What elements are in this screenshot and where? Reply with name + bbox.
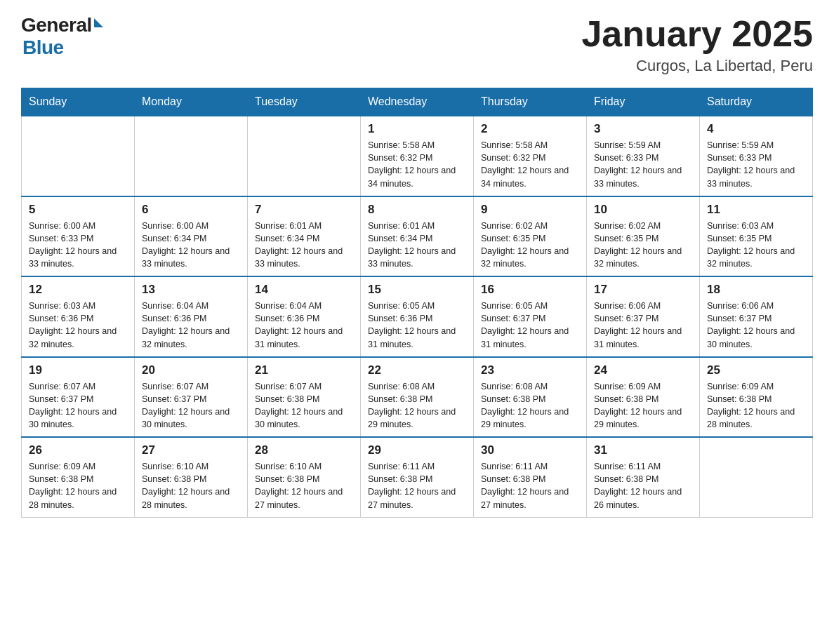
calendar-table: SundayMondayTuesdayWednesdayThursdayFrid… [21, 88, 813, 518]
calendar-cell: 20Sunrise: 6:07 AM Sunset: 6:37 PM Dayli… [135, 357, 248, 438]
calendar-cell: 12Sunrise: 6:03 AM Sunset: 6:36 PM Dayli… [22, 276, 135, 357]
day-info: Sunrise: 6:00 AM Sunset: 6:34 PM Dayligh… [142, 220, 240, 271]
day-info: Sunrise: 6:07 AM Sunset: 6:37 PM Dayligh… [29, 380, 127, 431]
day-number: 16 [481, 283, 579, 297]
calendar-cell: 2Sunrise: 5:58 AM Sunset: 6:32 PM Daylig… [474, 116, 587, 196]
day-info: Sunrise: 5:58 AM Sunset: 6:32 PM Dayligh… [481, 139, 579, 190]
calendar-cell: 6Sunrise: 6:00 AM Sunset: 6:34 PM Daylig… [135, 196, 248, 277]
calendar-title: January 2025 [581, 14, 813, 54]
calendar-location: Curgos, La Libertad, Peru [581, 57, 813, 75]
day-number: 24 [594, 363, 692, 377]
day-info: Sunrise: 6:05 AM Sunset: 6:37 PM Dayligh… [481, 300, 579, 351]
calendar-week-row: 1Sunrise: 5:58 AM Sunset: 6:32 PM Daylig… [22, 116, 813, 196]
day-number: 17 [594, 283, 692, 297]
day-number: 30 [481, 443, 579, 457]
day-of-week-header: Friday [587, 88, 700, 116]
calendar-cell: 8Sunrise: 6:01 AM Sunset: 6:34 PM Daylig… [361, 196, 474, 277]
calendar-cell: 29Sunrise: 6:11 AM Sunset: 6:38 PM Dayli… [361, 437, 474, 517]
day-info: Sunrise: 6:11 AM Sunset: 6:38 PM Dayligh… [368, 460, 466, 511]
day-info: Sunrise: 6:11 AM Sunset: 6:38 PM Dayligh… [481, 460, 579, 511]
day-number: 27 [142, 443, 240, 457]
day-info: Sunrise: 6:10 AM Sunset: 6:38 PM Dayligh… [142, 460, 240, 511]
day-info: Sunrise: 6:05 AM Sunset: 6:36 PM Dayligh… [368, 300, 466, 351]
calendar-cell [700, 437, 813, 517]
day-number: 28 [255, 443, 353, 457]
day-info: Sunrise: 6:07 AM Sunset: 6:37 PM Dayligh… [142, 380, 240, 431]
calendar-cell: 21Sunrise: 6:07 AM Sunset: 6:38 PM Dayli… [248, 357, 361, 438]
calendar-cell: 19Sunrise: 6:07 AM Sunset: 6:37 PM Dayli… [22, 357, 135, 438]
day-number: 21 [255, 363, 353, 377]
day-number: 7 [255, 203, 353, 217]
day-info: Sunrise: 6:01 AM Sunset: 6:34 PM Dayligh… [255, 220, 353, 271]
day-number: 11 [707, 203, 805, 217]
day-info: Sunrise: 6:11 AM Sunset: 6:38 PM Dayligh… [594, 460, 692, 511]
day-number: 23 [481, 363, 579, 377]
day-info: Sunrise: 6:08 AM Sunset: 6:38 PM Dayligh… [368, 380, 466, 431]
day-number: 25 [707, 363, 805, 377]
title-block: January 2025 Curgos, La Libertad, Peru [581, 14, 813, 75]
calendar-cell: 13Sunrise: 6:04 AM Sunset: 6:36 PM Dayli… [135, 276, 248, 357]
day-of-week-header: Tuesday [248, 88, 361, 116]
day-info: Sunrise: 6:02 AM Sunset: 6:35 PM Dayligh… [594, 220, 692, 271]
calendar-cell: 23Sunrise: 6:08 AM Sunset: 6:38 PM Dayli… [474, 357, 587, 438]
day-of-week-header: Wednesday [361, 88, 474, 116]
day-info: Sunrise: 6:06 AM Sunset: 6:37 PM Dayligh… [594, 300, 692, 351]
calendar-cell: 22Sunrise: 6:08 AM Sunset: 6:38 PM Dayli… [361, 357, 474, 438]
day-info: Sunrise: 5:59 AM Sunset: 6:33 PM Dayligh… [707, 139, 805, 190]
day-number: 22 [368, 363, 466, 377]
logo: General Blue [21, 14, 103, 59]
day-info: Sunrise: 6:10 AM Sunset: 6:38 PM Dayligh… [255, 460, 353, 511]
day-info: Sunrise: 6:09 AM Sunset: 6:38 PM Dayligh… [594, 380, 692, 431]
day-info: Sunrise: 6:03 AM Sunset: 6:35 PM Dayligh… [707, 220, 805, 271]
day-number: 18 [707, 283, 805, 297]
logo-arrow-icon [94, 18, 103, 27]
day-number: 8 [368, 203, 466, 217]
calendar-cell: 4Sunrise: 5:59 AM Sunset: 6:33 PM Daylig… [700, 116, 813, 196]
calendar-cell: 3Sunrise: 5:59 AM Sunset: 6:33 PM Daylig… [587, 116, 700, 196]
calendar-cell: 9Sunrise: 6:02 AM Sunset: 6:35 PM Daylig… [474, 196, 587, 277]
calendar-cell: 24Sunrise: 6:09 AM Sunset: 6:38 PM Dayli… [587, 357, 700, 438]
day-number: 14 [255, 283, 353, 297]
calendar-header-row: SundayMondayTuesdayWednesdayThursdayFrid… [22, 88, 813, 116]
day-number: 4 [707, 122, 805, 136]
calendar-cell: 30Sunrise: 6:11 AM Sunset: 6:38 PM Dayli… [474, 437, 587, 517]
logo-blue: Blue [22, 36, 64, 59]
calendar-week-row: 19Sunrise: 6:07 AM Sunset: 6:37 PM Dayli… [22, 357, 813, 438]
day-of-week-header: Saturday [700, 88, 813, 116]
calendar-cell: 25Sunrise: 6:09 AM Sunset: 6:38 PM Dayli… [700, 357, 813, 438]
day-info: Sunrise: 6:08 AM Sunset: 6:38 PM Dayligh… [481, 380, 579, 431]
calendar-cell: 26Sunrise: 6:09 AM Sunset: 6:38 PM Dayli… [22, 437, 135, 517]
day-info: Sunrise: 6:09 AM Sunset: 6:38 PM Dayligh… [707, 380, 805, 431]
calendar-cell: 17Sunrise: 6:06 AM Sunset: 6:37 PM Dayli… [587, 276, 700, 357]
calendar-cell: 31Sunrise: 6:11 AM Sunset: 6:38 PM Dayli… [587, 437, 700, 517]
calendar-cell [248, 116, 361, 196]
day-info: Sunrise: 6:01 AM Sunset: 6:34 PM Dayligh… [368, 220, 466, 271]
day-number: 15 [368, 283, 466, 297]
day-number: 26 [29, 443, 127, 457]
calendar-cell: 16Sunrise: 6:05 AM Sunset: 6:37 PM Dayli… [474, 276, 587, 357]
calendar-cell: 28Sunrise: 6:10 AM Sunset: 6:38 PM Dayli… [248, 437, 361, 517]
calendar-cell: 10Sunrise: 6:02 AM Sunset: 6:35 PM Dayli… [587, 196, 700, 277]
calendar-cell [22, 116, 135, 196]
calendar-week-row: 12Sunrise: 6:03 AM Sunset: 6:36 PM Dayli… [22, 276, 813, 357]
day-number: 31 [594, 443, 692, 457]
calendar-week-row: 26Sunrise: 6:09 AM Sunset: 6:38 PM Dayli… [22, 437, 813, 517]
day-info: Sunrise: 5:58 AM Sunset: 6:32 PM Dayligh… [368, 139, 466, 190]
page-header: General Blue January 2025 Curgos, La Lib… [21, 14, 813, 75]
day-of-week-header: Sunday [22, 88, 135, 116]
day-of-week-header: Monday [135, 88, 248, 116]
day-number: 9 [481, 203, 579, 217]
day-number: 10 [594, 203, 692, 217]
day-number: 2 [481, 122, 579, 136]
day-info: Sunrise: 5:59 AM Sunset: 6:33 PM Dayligh… [594, 139, 692, 190]
calendar-cell: 11Sunrise: 6:03 AM Sunset: 6:35 PM Dayli… [700, 196, 813, 277]
day-info: Sunrise: 6:04 AM Sunset: 6:36 PM Dayligh… [142, 300, 240, 351]
calendar-cell: 1Sunrise: 5:58 AM Sunset: 6:32 PM Daylig… [361, 116, 474, 196]
calendar-cell: 5Sunrise: 6:00 AM Sunset: 6:33 PM Daylig… [22, 196, 135, 277]
day-of-week-header: Thursday [474, 88, 587, 116]
logo-general: General [21, 14, 92, 36]
day-info: Sunrise: 6:00 AM Sunset: 6:33 PM Dayligh… [29, 220, 127, 271]
day-info: Sunrise: 6:02 AM Sunset: 6:35 PM Dayligh… [481, 220, 579, 271]
day-info: Sunrise: 6:09 AM Sunset: 6:38 PM Dayligh… [29, 460, 127, 511]
calendar-cell: 18Sunrise: 6:06 AM Sunset: 6:37 PM Dayli… [700, 276, 813, 357]
